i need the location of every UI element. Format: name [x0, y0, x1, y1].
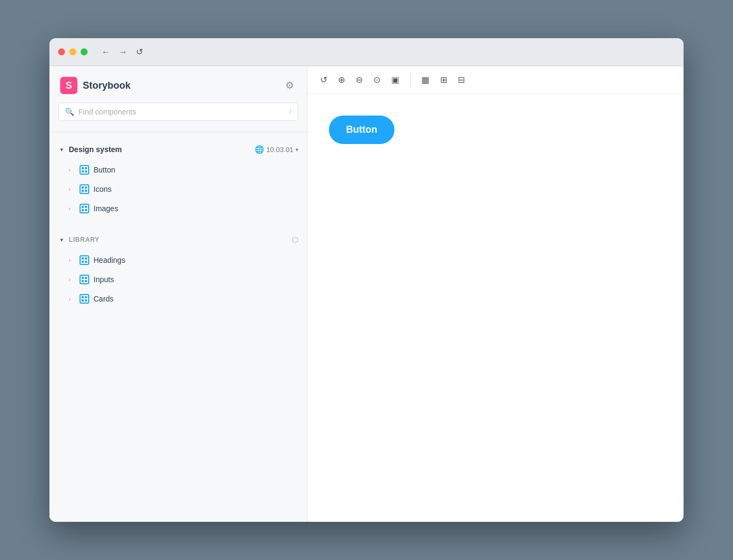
settings-button[interactable]: ⚙ — [283, 77, 296, 94]
chevron-right-icon: › — [69, 186, 75, 192]
main-content: S Storybook ⚙ 🔍 / ▾ Design syst — [49, 66, 684, 522]
component-icon-cards — [80, 294, 89, 304]
component-icon-images — [80, 204, 89, 213]
tree-item-headings[interactable]: › Headings — [56, 250, 300, 270]
design-system-section: ▾ Design system 🌐 10.03.01 ▾ › — [49, 141, 307, 220]
zoom-in-button[interactable]: ⊕ — [334, 71, 349, 88]
globe-icon: 🌐 — [255, 145, 264, 154]
chevron-right-icon: › — [69, 296, 75, 302]
tree-item-cards[interactable]: › Cards — [56, 289, 300, 308]
fit-button[interactable]: ▣ — [387, 71, 404, 88]
brand-name: Storybook — [83, 80, 131, 91]
app-window: ← → ↺ S Storybook ⚙ 🔍 — [49, 38, 684, 522]
version-chevron-icon: ▾ — [296, 147, 298, 153]
preview-toolbar: ↺ ⊕ ⊖ ⊙ ▣ ▦ ⊞ ⊟ — [307, 66, 684, 94]
sort-icon: ⬡ — [292, 235, 298, 244]
outline-button[interactable]: ⊟ — [454, 71, 469, 88]
chevron-right-icon: › — [69, 277, 75, 283]
tree-item-button[interactable]: › Button — [56, 160, 300, 180]
close-button[interactable] — [58, 48, 65, 55]
design-system-header[interactable]: ▾ Design system 🌐 10.03.01 ▾ — [56, 141, 300, 158]
maximize-button[interactable] — [81, 48, 88, 55]
preview-panel: ↺ ⊕ ⊖ ⊙ ▣ ▦ ⊞ ⊟ Button — [307, 66, 684, 522]
brand-letter: S — [66, 80, 72, 91]
library-section: ▾ LIBRARY ⬡ › Headings — [49, 231, 307, 311]
component-icon-icons — [80, 184, 89, 194]
background-button[interactable]: ▦ — [417, 71, 434, 88]
preview-canvas: Button — [307, 94, 684, 522]
tree-item-icons-label: Icons — [94, 185, 111, 193]
library-header[interactable]: ▾ LIBRARY ⬡ — [56, 231, 300, 248]
chevron-down-icon: ▾ — [58, 236, 66, 243]
minimize-button[interactable] — [69, 48, 76, 55]
reload-button[interactable]: ↺ — [316, 71, 332, 88]
refresh-button[interactable]: ↺ — [133, 45, 146, 59]
tree-item-cards-label: Cards — [94, 295, 113, 303]
section-gap — [49, 220, 307, 231]
demo-button[interactable]: Button — [329, 116, 394, 144]
grid-button[interactable]: ⊞ — [436, 71, 451, 88]
divider — [49, 132, 307, 132]
tree-item-images-label: Images — [94, 204, 118, 213]
design-system-items: › Button › — [56, 158, 300, 220]
library-title: LIBRARY — [69, 236, 289, 243]
chevron-right-icon: › — [69, 206, 75, 212]
chevron-right-icon: › — [69, 167, 75, 173]
sidebar: S Storybook ⚙ 🔍 / ▾ Design syst — [49, 66, 307, 522]
zoom-out-button[interactable]: ⊖ — [351, 71, 367, 88]
back-button[interactable]: ← — [98, 45, 113, 59]
brand-logo: S — [60, 77, 77, 94]
component-icon-headings — [80, 255, 89, 265]
component-icon-button — [80, 165, 89, 175]
chevron-down-icon: ▾ — [58, 146, 66, 153]
forward-button[interactable]: → — [116, 45, 131, 59]
brand: S Storybook — [60, 77, 131, 94]
chevron-right-icon: › — [69, 257, 75, 263]
tree-item-inputs[interactable]: › Inputs — [56, 270, 300, 289]
design-system-title: Design system — [69, 145, 251, 154]
search-container: 🔍 / — [49, 103, 307, 130]
sidebar-header: S Storybook ⚙ — [49, 66, 307, 103]
tree-item-icons[interactable]: › Icons — [56, 180, 300, 199]
search-shortcut: / — [290, 108, 291, 116]
zoom-reset-button[interactable]: ⊙ — [369, 71, 385, 88]
titlebar: ← → ↺ — [49, 38, 684, 66]
tree-item-headings-label: Headings — [94, 256, 125, 264]
tree-item-button-label: Button — [94, 166, 115, 174]
search-icon: 🔍 — [65, 107, 74, 116]
version-text: 10.03.01 — [266, 146, 293, 154]
library-items: › Headings › — [56, 248, 300, 311]
nav-buttons: ← → ↺ — [98, 45, 146, 59]
traffic-lights — [58, 48, 88, 55]
search-input[interactable] — [78, 107, 285, 116]
tree-item-images[interactable]: › Images — [56, 199, 300, 218]
search-box[interactable]: 🔍 / — [58, 103, 298, 121]
version-badge: 🌐 10.03.01 ▾ — [255, 145, 298, 154]
tree-item-inputs-label: Inputs — [94, 275, 114, 284]
toolbar-divider — [410, 74, 411, 87]
component-icon-inputs — [80, 275, 89, 284]
